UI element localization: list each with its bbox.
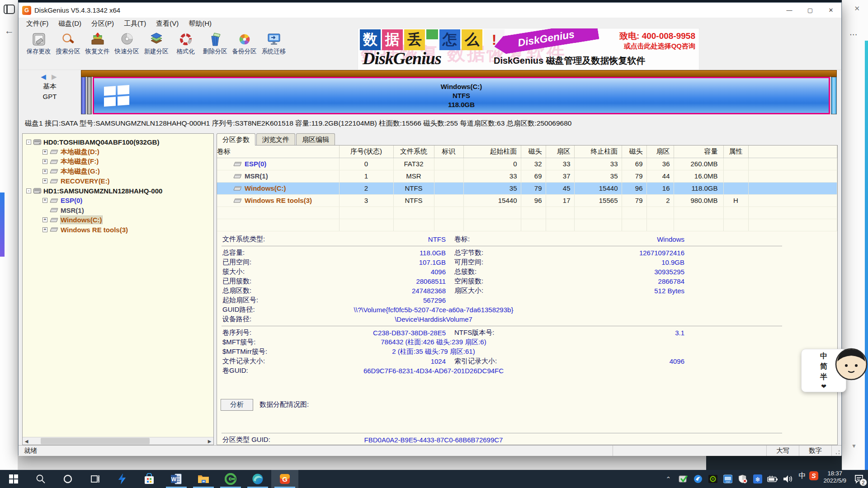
scroll-track[interactable] (30, 437, 206, 445)
maximize-button[interactable]: ▢ (800, 3, 821, 18)
windows-c-partition-bar[interactable]: Windows(C:) NTFS 118.0GB (93, 77, 830, 114)
action-center-icon[interactable]: 2 (850, 470, 868, 488)
battery-icon[interactable] (767, 473, 778, 485)
tab-1[interactable]: 浏览文件 (256, 133, 295, 145)
snowflake-icon[interactable]: ❄ (752, 473, 764, 485)
column-header[interactable]: 文件系统 (393, 145, 434, 158)
back-arrow-icon[interactable]: ← (5, 25, 14, 36)
background-close-icon[interactable]: ✕ (854, 5, 860, 13)
toolbar-new-partition-button[interactable]: 新建分区 (142, 31, 171, 56)
expand-icon[interactable]: + (42, 217, 47, 222)
taskbar-task-view-button[interactable] (81, 470, 108, 488)
toolbar-format-button[interactable]: 格式化 (171, 31, 200, 56)
scroll-thumb[interactable] (41, 438, 150, 444)
table-row[interactable]: Windows RE tools(3)3NTFS1544096171556579… (217, 194, 837, 206)
menu-item-2[interactable]: 分区(P) (86, 19, 119, 28)
tree-item[interactable]: +Windows(C:) (23, 215, 213, 225)
toolbar-recover-files-button[interactable]: 恢复文件 (83, 31, 112, 56)
ime-language-indicator[interactable]: 中 (796, 470, 808, 482)
taskbar-diskgenius-button[interactable]: G (271, 470, 298, 488)
tab-0[interactable]: 分区参数 (217, 133, 255, 145)
taskbar-start-button[interactable] (0, 470, 27, 488)
expand-icon[interactable]: + (42, 169, 47, 174)
next-disk-icon[interactable]: ▶ (52, 73, 59, 80)
taskbar-clock[interactable]: 18:37 2022/5/9 (820, 470, 850, 488)
tree-item[interactable]: -HD0:TOSHIBAMQ04ABF100(932GB) (23, 137, 213, 147)
titlebar[interactable]: G DiskGenius V5.4.3.1342 x64 — ▢ ✕ (19, 3, 841, 18)
analyze-button[interactable]: 分析 (221, 399, 253, 411)
collapse-icon[interactable]: - (26, 188, 31, 193)
menu-item-0[interactable]: 文件(F) (21, 19, 53, 28)
msr-partition-sliver[interactable] (87, 77, 92, 114)
menu-item-1[interactable]: 磁盘(D) (53, 19, 86, 28)
tab-2[interactable]: 扇区编辑 (296, 133, 335, 145)
menu-item-5[interactable]: 帮助(H) (184, 19, 217, 28)
more-options-icon[interactable]: ⋯ (849, 30, 858, 39)
re-tools-partition-sliver[interactable] (831, 77, 837, 114)
nvidia-icon[interactable] (707, 473, 719, 485)
scroll-left-icon[interactable]: ◀ (23, 437, 30, 445)
ime-panel-item-0[interactable]: 中 (820, 351, 827, 361)
expand-icon[interactable]: + (42, 150, 47, 155)
ime-panel-item-2[interactable]: 半 (820, 372, 827, 382)
expand-icon[interactable]: + (42, 227, 47, 232)
taskbar-cortana-button[interactable] (54, 470, 81, 488)
column-header[interactable]: 标识 (434, 145, 463, 158)
esp-partition-sliver[interactable] (81, 77, 86, 114)
volume-icon[interactable] (782, 473, 793, 485)
tree-item[interactable]: MSR(1) (23, 206, 213, 216)
banner-contact[interactable]: 致电: 400-008-9958 或点击此处选择QQ咨询 (619, 30, 695, 51)
collapse-icon[interactable]: - (26, 140, 31, 145)
column-header[interactable]: 扇区 (546, 145, 574, 158)
column-header[interactable]: 终止柱面 (574, 145, 622, 158)
taskbar-search-button[interactable] (27, 470, 54, 488)
taskbar-word-button[interactable]: W (163, 470, 190, 488)
sogou-tray-icon[interactable]: S (808, 470, 820, 482)
table-row[interactable]: MSR(1)1MSR33693735794416.0MB (217, 170, 837, 182)
ime-panel-item-1[interactable]: 简 (820, 361, 827, 371)
ad-banner[interactable]: 数据恢复 数据恢复软件 数据丢怎么! DiskGenius 致电: 400-00… (358, 28, 699, 70)
prev-disk-icon[interactable]: ◀ (41, 73, 48, 80)
menu-item-4[interactable]: 查看(V) (151, 19, 184, 28)
expand-icon[interactable]: + (42, 178, 47, 183)
table-row[interactable]: ESP(0)0FAT3203233336936260.0MB (217, 158, 837, 170)
column-header[interactable]: 属性 (723, 145, 748, 158)
column-header[interactable]: 卷标 (217, 145, 339, 158)
toolbar-save-changes-button[interactable]: 保存更改 (24, 31, 53, 56)
tree-item[interactable]: +本地磁盘(F:) (23, 157, 213, 167)
column-header[interactable]: 起始柱面 (463, 145, 521, 158)
taskbar-flash-app-button[interactable] (108, 470, 136, 488)
security-shield-icon[interactable] (737, 473, 749, 485)
tree-item[interactable]: +ESP(0) (23, 196, 213, 206)
toolbar-search-partition-button[interactable]: 搜索分区 (53, 31, 83, 56)
taskbar-edge-button[interactable] (244, 470, 271, 488)
tree-item[interactable]: +本地磁盘(G:) (23, 167, 213, 177)
ime-panel-item-3[interactable]: ❤ (821, 382, 826, 390)
table-row[interactable]: Windows(C:)2NTFS357945154409616118.0GB (217, 182, 837, 194)
scrollbar-down-icon[interactable]: ▼ (851, 443, 857, 449)
close-button[interactable]: ✕ (821, 3, 841, 18)
thunder-icon[interactable] (692, 473, 704, 485)
toolbar-quick-partition-button[interactable]: 快速分区 (112, 31, 142, 56)
chevron-up-icon[interactable]: ⌃ (662, 473, 674, 485)
toolbar-system-migrate-button[interactable]: 系统迁移 (259, 31, 288, 56)
toolbar-delete-partition-button[interactable]: 删除分区 (200, 31, 230, 56)
taskbar-file-explorer-button[interactable] (190, 470, 217, 488)
tree-item[interactable]: +RECOVERY(E:) (23, 176, 213, 186)
intel-gpu-icon[interactable]: intel (722, 473, 734, 485)
minimize-button[interactable]: — (779, 3, 800, 18)
taskbar-browser-360-button[interactable] (217, 470, 244, 488)
column-header[interactable]: 容量 (674, 145, 723, 158)
browser-tab-icon[interactable] (4, 5, 15, 14)
resize-grip[interactable] (831, 446, 841, 456)
column-header[interactable]: 扇区 (646, 145, 674, 158)
tree-item[interactable]: +Windows RE tools(3) (23, 225, 213, 235)
column-header[interactable]: 磁头 (622, 145, 646, 158)
tree-item[interactable]: -HD1:SAMSUNGMZNLN128HAHQ-000 (23, 186, 213, 196)
toolbar-backup-partition-button[interactable]: 备份分区 (230, 31, 259, 56)
scroll-right-icon[interactable]: ▶ (206, 437, 213, 445)
safe-check-icon[interactable] (677, 473, 689, 485)
column-header[interactable]: 序号(状态) (339, 145, 393, 158)
column-header[interactable]: 磁头 (521, 145, 546, 158)
menu-item-3[interactable]: 工具(T) (119, 19, 151, 28)
